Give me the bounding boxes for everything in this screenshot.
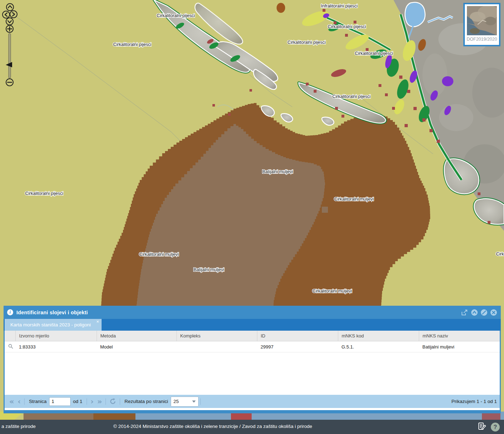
- prev-page-icon[interactable]: ‹: [16, 398, 23, 405]
- column-header[interactable]: Kompleks: [176, 331, 257, 341]
- panel-header: i Identificirani slojevi i objekti: [4, 306, 501, 319]
- panel-title: Identificirani slojevi i objekti: [16, 310, 88, 315]
- map-habitat-label: Cirkalitoralni muljevi: [139, 252, 179, 257]
- table-cell: 29997: [257, 341, 338, 352]
- zoom-slider-track[interactable]: [9, 33, 11, 78]
- chevron-up-icon: [8, 6, 12, 8]
- pan-left-button[interactable]: [2, 11, 10, 18]
- tab-karta-morskih-stanista[interactable]: Karta morskih staništa 2023 - poligoni ×: [5, 319, 102, 331]
- info-icon: i: [7, 309, 13, 315]
- last-page-icon[interactable]: »: [96, 398, 104, 405]
- tab-close-icon[interactable]: ×: [96, 319, 99, 324]
- page-label: Stranica: [29, 399, 47, 404]
- pan-right-button[interactable]: [10, 11, 17, 18]
- column-header[interactable]: Metoda: [97, 331, 176, 341]
- footer-left-text: a zaštite prirode: [1, 424, 36, 429]
- map-habitat-label: Cirkalitoralni pijesci: [157, 13, 195, 18]
- chevron-right-icon: [12, 12, 15, 16]
- map-habitat-label: Cirkalitoralni muljevi: [312, 289, 352, 294]
- map-habitat-label: Cirkalitoralni pijesci: [328, 24, 366, 29]
- identify-results-panel: i Identificirani slojevi i objekti: [4, 306, 501, 413]
- grid-icon-column: [5, 331, 15, 341]
- basemap-thumbnail: [467, 6, 497, 35]
- collapse-icon[interactable]: [471, 309, 478, 316]
- refresh-icon[interactable]: [108, 397, 118, 406]
- table-row[interactable]: 1:83333Model29997G.5.1.Batijalni muljevi: [5, 341, 500, 352]
- feedback-form-icon[interactable]: [477, 422, 487, 432]
- pan-down-button[interactable]: [6, 18, 13, 25]
- chevron-down-icon: [192, 401, 196, 403]
- table-cell: 1:83333: [15, 341, 97, 352]
- map-habitat-label: Cirkalitoralni pijesci: [333, 94, 371, 99]
- column-header[interactable]: mNKS kod: [338, 331, 419, 341]
- close-panel-icon[interactable]: [490, 309, 497, 316]
- basemap-switcher[interactable]: DOF2019/2020: [463, 3, 500, 46]
- chevron-left-icon: [5, 13, 7, 16]
- grid-header: Izvorno mjeriloMetodaKompleksIDmNKS kodm…: [5, 331, 500, 341]
- per-page-select[interactable]: 25: [171, 397, 199, 407]
- per-page-label: Rezultata po stranici: [124, 399, 168, 404]
- bathyal-mud-islet: [322, 207, 328, 213]
- column-header[interactable]: ID: [257, 331, 338, 341]
- column-header[interactable]: Izvorno mjerilo: [15, 331, 97, 341]
- per-page-value: 25: [174, 399, 179, 404]
- first-page-icon[interactable]: «: [7, 398, 16, 405]
- result-tabs: Karta morskih staništa 2023 - poligoni ×: [4, 319, 501, 331]
- pagination-summary: Prikazujem 1 - 1 od 1: [451, 399, 497, 404]
- map-habitat-label: Cirkalitoralni pijesci: [355, 51, 393, 56]
- clear-results-icon[interactable]: [480, 309, 488, 316]
- chevron-down-icon: [8, 21, 11, 23]
- map-habitat-label: Cirkalitoralni pijesci: [25, 191, 63, 196]
- results-grid: Izvorno mjeriloMetodaKompleksIDmNKS kodm…: [5, 331, 500, 395]
- footer-bar: a zaštite prirode © 2014-2024 Ministarst…: [0, 420, 504, 434]
- table-cell: [176, 341, 257, 352]
- pagination-bar: « ‹ Stranica od 1 › » Rezultata po stran…: [5, 395, 500, 408]
- table-cell: G.5.1.: [338, 341, 419, 352]
- tab-label: Karta morskih staništa 2023 - poligoni: [10, 322, 91, 327]
- zoom-to-feature-cell[interactable]: [5, 341, 15, 352]
- map-navigation-controls: [1, 1, 21, 91]
- map-habitat-label: Cirkalitoralni pijesci: [113, 42, 151, 47]
- basemap-label: DOF2019/2020: [465, 37, 499, 42]
- map-habitat-label: Cirkalitoralni muljevi: [334, 197, 374, 202]
- search-icon: [8, 344, 13, 349]
- map-habitat-label: Cirkalitoralni pijesci: [288, 40, 326, 45]
- footer-copyright: © 2014-2024 Ministarstvo zaštite okoliša…: [113, 424, 312, 429]
- table-cell: Batijalni muljevi: [419, 341, 500, 352]
- page-number-input[interactable]: [49, 397, 71, 406]
- column-header[interactable]: mNKS naziv: [419, 331, 500, 341]
- map-habitat-label: Batijalni muljevi: [262, 169, 293, 174]
- page-of-label: od 1: [73, 399, 82, 404]
- pan-up-button[interactable]: [6, 4, 14, 11]
- map-habitat-label: Infralitoralni pijesci: [321, 4, 358, 9]
- export-icon[interactable]: [461, 309, 468, 316]
- map-habitat-label: Batijalni muljevi: [194, 267, 224, 272]
- map-habitat-label: Cirkalitoralni muljevi: [496, 252, 504, 257]
- help-icon[interactable]: ?: [491, 423, 500, 432]
- next-page-icon[interactable]: ›: [89, 398, 96, 405]
- table-cell: Model: [97, 341, 176, 352]
- gis-application: Infralitoralni pijesciCirkalitoralni pij…: [0, 0, 504, 434]
